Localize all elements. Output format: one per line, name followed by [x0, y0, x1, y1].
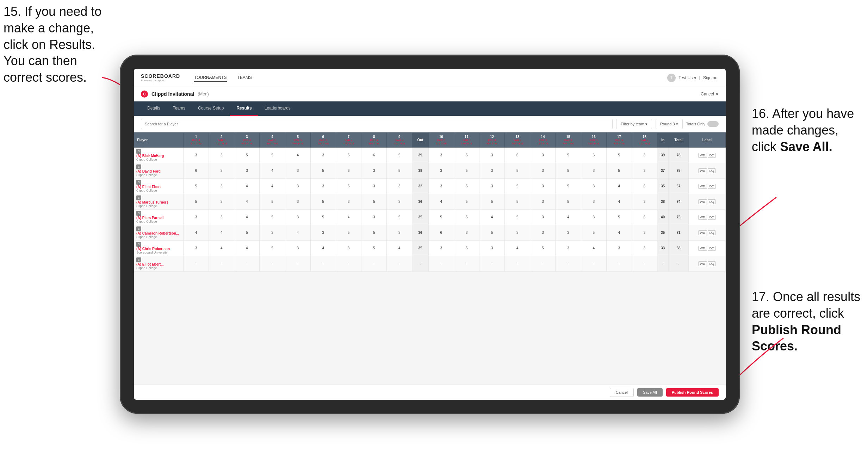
score-hole-8[interactable]: 5 — [361, 241, 387, 256]
score-hole-6[interactable]: 3 — [310, 179, 336, 194]
score-hole-5[interactable]: - — [285, 256, 310, 272]
score-hole-1[interactable]: 3 — [184, 210, 209, 225]
score-hole-18[interactable]: 3 — [632, 163, 657, 179]
score-hole-18[interactable]: 6 — [632, 179, 657, 194]
score-hole-8[interactable]: 6 — [361, 148, 387, 163]
label-dq[interactable]: DQ — [708, 153, 716, 158]
score-hole-4[interactable]: 5 — [260, 210, 285, 225]
score-hole-11[interactable]: - — [454, 256, 479, 272]
score-hole-9[interactable]: 3 — [387, 179, 412, 194]
score-hole-10[interactable]: 3 — [428, 179, 454, 194]
score-hole-1[interactable]: 3 — [184, 148, 209, 163]
score-hole-14[interactable]: 5 — [530, 241, 556, 256]
cancel-tournament-button[interactable]: Cancel ✕ — [701, 92, 719, 96]
label-wd[interactable]: WD — [698, 230, 707, 235]
score-hole-4[interactable]: 5 — [260, 194, 285, 210]
score-hole-12[interactable]: 3 — [479, 179, 505, 194]
score-hole-12[interactable]: 3 — [479, 148, 505, 163]
publish-round-scores-button[interactable]: Publish Round Scores — [666, 388, 719, 397]
score-hole-7[interactable]: - — [336, 256, 361, 272]
score-hole-17[interactable]: 5 — [606, 210, 632, 225]
label-wd[interactable]: WD — [698, 215, 707, 220]
score-hole-2[interactable]: 4 — [209, 241, 234, 256]
score-hole-18[interactable]: 6 — [632, 210, 657, 225]
score-hole-10[interactable]: 3 — [428, 241, 454, 256]
score-hole-3[interactable]: 4 — [234, 210, 260, 225]
score-hole-15[interactable]: 3 — [556, 241, 581, 256]
score-hole-5[interactable]: 4 — [285, 225, 310, 241]
score-hole-1[interactable]: - — [184, 256, 209, 272]
score-hole-6[interactable]: 4 — [310, 241, 336, 256]
tab-course-setup[interactable]: Course Setup — [192, 101, 230, 116]
score-hole-7[interactable]: 3 — [336, 241, 361, 256]
score-hole-6[interactable]: - — [310, 256, 336, 272]
score-hole-10[interactable]: 5 — [428, 210, 454, 225]
score-hole-1[interactable]: 4 — [184, 225, 209, 241]
score-hole-10[interactable]: 3 — [428, 163, 454, 179]
score-hole-2[interactable]: - — [209, 256, 234, 272]
round-selector-button[interactable]: Round 3 ▾ — [656, 119, 683, 129]
score-hole-16[interactable]: 6 — [581, 148, 606, 163]
tab-teams[interactable]: Teams — [167, 101, 192, 116]
score-hole-11[interactable]: 5 — [454, 148, 479, 163]
score-hole-16[interactable]: 4 — [581, 241, 606, 256]
score-hole-15[interactable]: - — [556, 256, 581, 272]
label-dq[interactable]: DQ — [708, 184, 716, 189]
score-hole-16[interactable]: 3 — [581, 179, 606, 194]
score-hole-17[interactable]: 4 — [606, 194, 632, 210]
score-hole-11[interactable]: 5 — [454, 210, 479, 225]
score-hole-17[interactable]: 4 — [606, 179, 632, 194]
score-hole-7[interactable]: 5 — [336, 148, 361, 163]
score-hole-1[interactable]: 5 — [184, 179, 209, 194]
score-hole-16[interactable]: - — [581, 256, 606, 272]
score-hole-2[interactable]: 3 — [209, 210, 234, 225]
tab-details[interactable]: Details — [141, 101, 167, 116]
score-hole-12[interactable]: 5 — [479, 225, 505, 241]
score-hole-10[interactable]: 6 — [428, 225, 454, 241]
score-hole-5[interactable]: 3 — [285, 194, 310, 210]
score-hole-13[interactable]: 5 — [505, 163, 530, 179]
score-hole-9[interactable]: 4 — [387, 241, 412, 256]
filter-by-team-button[interactable]: Filter by team ▾ — [616, 119, 652, 129]
score-hole-17[interactable]: - — [606, 256, 632, 272]
score-hole-9[interactable]: 5 — [387, 163, 412, 179]
score-hole-1[interactable]: 3 — [184, 241, 209, 256]
score-hole-2[interactable]: 3 — [209, 163, 234, 179]
score-hole-16[interactable]: 3 — [581, 163, 606, 179]
score-hole-8[interactable]: 3 — [361, 210, 387, 225]
score-hole-15[interactable]: 5 — [556, 148, 581, 163]
toggle-switch[interactable] — [707, 121, 719, 127]
label-dq[interactable]: DQ — [708, 230, 716, 235]
score-hole-12[interactable]: 4 — [479, 210, 505, 225]
score-hole-2[interactable]: 4 — [209, 225, 234, 241]
score-hole-11[interactable]: 5 — [454, 241, 479, 256]
score-hole-4[interactable]: 4 — [260, 179, 285, 194]
score-hole-13[interactable]: 5 — [505, 179, 530, 194]
score-hole-8[interactable]: 3 — [361, 179, 387, 194]
score-hole-18[interactable]: - — [632, 256, 657, 272]
label-wd[interactable]: WD — [698, 261, 707, 266]
score-hole-14[interactable]: 3 — [530, 210, 556, 225]
score-hole-7[interactable]: 5 — [336, 225, 361, 241]
score-hole-5[interactable]: 3 — [285, 179, 310, 194]
score-hole-11[interactable]: 5 — [454, 194, 479, 210]
nav-link-tournaments[interactable]: TOURNAMENTS — [194, 74, 227, 82]
sign-out-link[interactable]: Sign out — [703, 75, 719, 80]
score-hole-9[interactable]: 5 — [387, 210, 412, 225]
score-hole-11[interactable]: 5 — [454, 163, 479, 179]
score-hole-12[interactable]: 5 — [479, 194, 505, 210]
score-hole-15[interactable]: 5 — [556, 194, 581, 210]
label-wd[interactable]: WD — [698, 153, 707, 158]
score-hole-9[interactable]: 3 — [387, 194, 412, 210]
nav-link-teams[interactable]: TEAMS — [237, 74, 252, 82]
score-hole-14[interactable]: - — [530, 256, 556, 272]
score-hole-15[interactable]: 5 — [556, 163, 581, 179]
score-hole-3[interactable]: 4 — [234, 194, 260, 210]
score-hole-13[interactable]: 4 — [505, 241, 530, 256]
label-dq[interactable]: DQ — [708, 168, 716, 173]
tab-results[interactable]: Results — [230, 101, 258, 116]
score-hole-17[interactable]: 5 — [606, 148, 632, 163]
score-hole-3[interactable]: - — [234, 256, 260, 272]
score-hole-13[interactable]: 5 — [505, 210, 530, 225]
score-hole-9[interactable]: 3 — [387, 225, 412, 241]
